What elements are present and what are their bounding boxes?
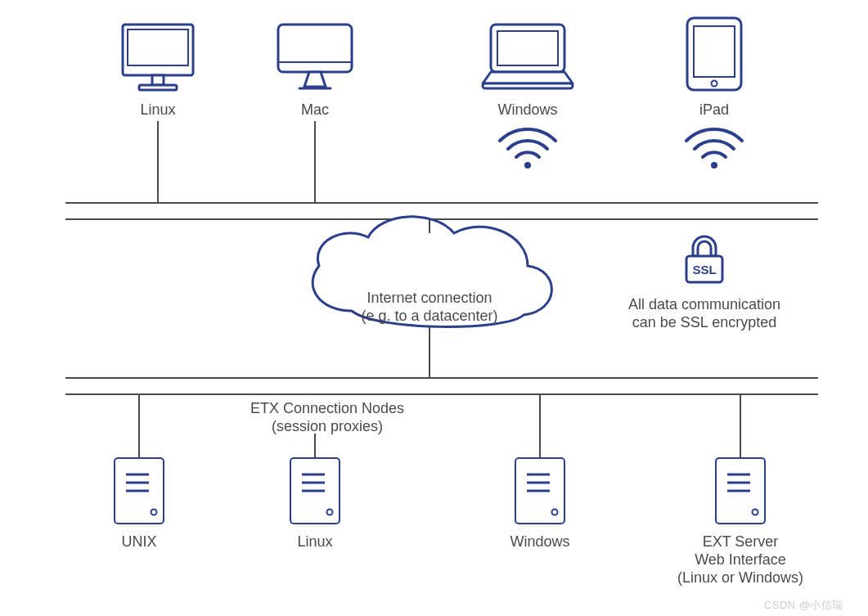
server-unix-label: UNIX xyxy=(121,533,156,550)
cloud-text-line2: (e.g. to a datacenter) xyxy=(361,308,497,324)
wifi-icon xyxy=(500,129,555,169)
svg-rect-17 xyxy=(694,26,735,77)
server-linux xyxy=(290,458,340,524)
client-mac-label: Mac xyxy=(301,101,329,118)
client-ipad-label: iPad xyxy=(699,101,729,118)
server-ext-label-l2: Web Interface xyxy=(695,551,786,568)
connection-nodes-line1: ETX Connection Nodes xyxy=(250,400,404,416)
client-ipad xyxy=(687,18,741,90)
cloud-text-line1: Internet connection xyxy=(367,290,492,306)
client-linux xyxy=(123,25,193,90)
server-ext-label-l3: (Linux or Windows) xyxy=(677,569,803,586)
server-ext-label-l1: EXT Server xyxy=(703,533,779,550)
svg-rect-8 xyxy=(152,75,164,85)
client-linux-label: Linux xyxy=(140,101,175,118)
connection-nodes-line2: (session proxies) xyxy=(272,418,383,434)
lock-badge-text: SSL xyxy=(692,263,716,277)
ssl-text-line2: can be SSL encrypted xyxy=(632,314,776,330)
svg-rect-10 xyxy=(278,25,352,72)
server-windows xyxy=(515,458,564,524)
wifi-icon xyxy=(686,129,742,169)
client-mac xyxy=(278,25,352,88)
svg-rect-15 xyxy=(483,83,573,88)
client-windows-label: Windows xyxy=(497,101,557,118)
server-unix xyxy=(115,458,164,524)
server-ext xyxy=(716,458,765,524)
architecture-diagram: Linux Mac Windows iPad Internet connecti… xyxy=(0,0,868,616)
svg-rect-14 xyxy=(497,31,558,65)
lock-icon: SSL xyxy=(686,236,722,282)
server-windows-label: Windows xyxy=(510,533,569,550)
server-linux-label: Linux xyxy=(297,533,332,550)
svg-rect-9 xyxy=(139,85,177,90)
svg-rect-7 xyxy=(128,29,188,65)
ssl-text-line1: All data communication xyxy=(628,296,780,312)
client-windows xyxy=(483,25,573,88)
